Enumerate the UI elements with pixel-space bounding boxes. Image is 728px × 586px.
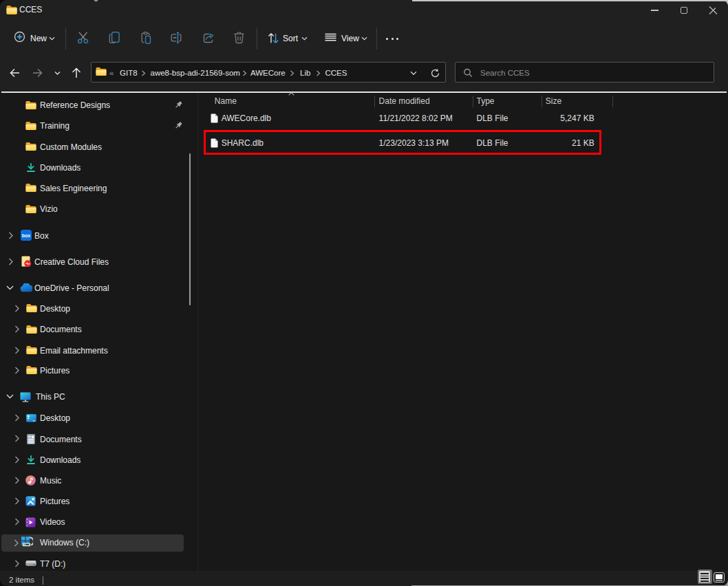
- svg-text:box: box: [21, 233, 30, 238]
